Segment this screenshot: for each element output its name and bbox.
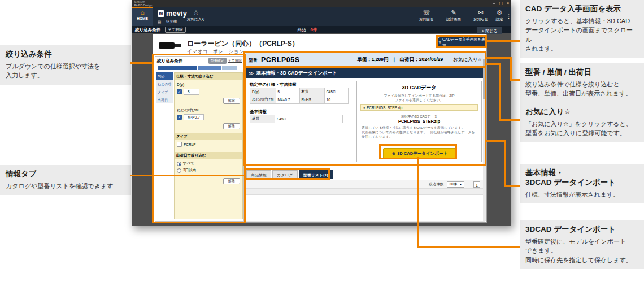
annotation-title: 基本情報・ 3DCAD データインポート [525,168,638,188]
connector-favorite-c [499,119,520,121]
design-screen-label: 設計画面 [441,17,466,22]
clear-button[interactable]: 解除 [223,98,240,104]
dropdown-icon: ▼ [459,183,462,186]
radio-unselected-icon[interactable] [177,168,181,173]
connector-basic-info-b [504,140,506,187]
favorites-label: お気に入り [184,17,208,22]
separator: ｜ [391,57,396,63]
thread-value-field[interactable]: M4×0.7 [184,114,204,120]
pin-shape [159,42,175,49]
subnav-clear-all-button[interactable]: 全て解除 [165,27,185,33]
notifications-label: お知らせ [468,17,493,22]
step-ship-date[interactable]: 出荷日 [156,96,173,104]
diameter-label: D(φ) [177,83,184,86]
nav-batch-quote[interactable]: ▤ 一括見積 [158,19,177,24]
step-thread[interactable]: ねじの呼… [156,80,173,88]
double-chevron-icon: ≫ [249,71,254,76]
annotation-body: カタログや型番リストを確認できます [6,181,125,191]
overflow-menu-icon[interactable]: ⋮ [506,12,512,20]
annotation-body: プルダウンでの仕様選択や寸法を 入力します。 [6,62,125,80]
logo-icon: m [158,10,164,17]
scrollbar-thumb[interactable] [483,59,486,99]
count-value: 30件 [449,182,457,187]
basic-info-table: 材質 S45C [250,115,343,123]
filter-sidebar: 絞り込み条件 型番確定 全て解除 D(φ) ねじの呼… タイプ 出荷日 仕様・寸… [155,56,244,222]
diameter-value-field[interactable]: 5 [184,89,199,95]
checkbox-checked-icon[interactable]: ✓ [177,115,182,120]
annotation-title: 型番 / 単価 / 出荷日 [525,68,638,77]
connector-favorite-b [499,63,501,121]
info-tabs: 商品情報 カタログ 型番リスト(1) [246,170,333,179]
plus-circle-icon: ⊕ [392,151,395,156]
annotation-filter-conditions: 絞り込み条件 プルダウンでの仕様選択や寸法を 入力します。 [0,45,131,85]
pin-tip-shape [175,44,181,47]
maximize-icon[interactable]: ▢ [499,0,503,7]
cad-data-screen-button[interactable]: ∨ CADデータ入手画面を表示 [438,37,486,47]
confirm-part-button[interactable]: 型番確定 [208,58,227,64]
annotation-title: 情報タブ [6,170,125,179]
connector-part-bar-b [510,57,512,81]
nav-design-screen[interactable]: ✎ 設計画面 [441,9,466,22]
filter-sidebar-header: 絞り込み条件 型番確定 全て解除 [155,57,243,65]
spec-label: D(φ) [250,88,276,96]
cad-import-button[interactable]: ⊕ 3D CADデータインポート [383,148,456,159]
meviy-logo[interactable]: m meviy [158,9,187,18]
product-maker: イマオコーポレーション [187,48,244,55]
nav-notifications[interactable]: ✉ お知らせ [468,9,493,22]
connector-import-a [417,157,419,248]
radio-selected-icon[interactable] [177,162,181,166]
home-icon: ⌂ [132,8,153,16]
connector-basic-info-c [504,185,520,187]
part-list-header-row [246,189,485,195]
notice-icon: ✉ [468,9,493,16]
list-toolbar: 絞込件数 30件 ▼ 1 [245,180,485,189]
page-number[interactable]: 1 [473,181,480,188]
product-image [158,38,184,53]
tab-part-list[interactable]: 型番リスト(1) [299,170,333,179]
checkbox-unchecked-icon[interactable] [177,142,182,147]
scrollbar[interactable] [483,54,486,221]
type-option: PCRLP [177,142,196,147]
nav-contact[interactable]: ☏ お問合せ [414,9,439,22]
annotation-body: 絞り込み条件で仕様を絞り込むと 型番、単価、出荷日が表示されます。 [525,80,638,98]
step-type[interactable]: タイプ [156,88,173,96]
file-bullet-icon: ● [363,106,365,109]
basic-info-title: 基本情報 [250,109,267,115]
clear-button[interactable]: 解除 [223,123,240,129]
clear-button[interactable]: 解除 [223,178,240,184]
connector-cad-screen [487,40,520,42]
type-option-label: PCRLP [184,142,196,146]
subnav-product-count: 6件 [311,27,317,33]
ship-label: 出荷日： [400,57,419,62]
checkbox-checked-icon[interactable]: ✓ [177,89,182,94]
tab-catalog[interactable]: カタログ [272,170,298,179]
nav-favorites[interactable]: ☆ お気に入り [184,9,208,22]
progress-segment [198,66,221,70]
connector-part-bar-c [510,79,520,81]
type-section-header: タイプ [175,133,242,140]
count-select[interactable]: 30件 ▼ [447,181,464,188]
window-close-icon[interactable]: × [507,0,509,7]
annotation-title: CAD データ入手画面を表示 [525,5,638,14]
clear-all-link[interactable]: 全て解除 [228,58,242,63]
favorite-toggle[interactable]: お気に入り☆ [453,57,482,63]
connector-part-bar-a [486,57,512,59]
ship-all-label: すべて [183,161,194,166]
filter-progress-bar [158,66,242,70]
cad-note: 選択している仕様・寸法に該当するCADデータを表示しています。 代表画像について… [362,125,478,139]
filter-title: 絞り込み条件 [157,58,207,64]
subnav-filter-label: 絞り込み条件 [135,27,160,33]
annotation-title: 絞り込み条件 [6,50,125,59]
tab-product-info[interactable]: 商品情報 [246,170,271,179]
cad-file-option[interactable]: ● PCRLP05S_STEP.zip [360,104,478,111]
annotation-body: 「お気に入り☆」をクリックすると、 型番をお気に入りに登録可能です。 [525,119,638,138]
part-number-bar: 型番 PCRLP05S 単価：1,289円 ｜ 出荷日：2024/06/29 お… [245,53,485,67]
nav-home-button[interactable]: ⌂ HOME [132,7,153,26]
step-diameter[interactable]: D(φ) [156,72,173,80]
annotation-3dcad-import: 3DCAD データインポート 型番確定後に、モデルをインポート できます。 同時… [520,220,644,269]
minimize-icon[interactable]: – [493,0,495,7]
basic-info-section: ≫ 基本情報・3D CADデータインポート 指定中の仕様・寸法情報 D(φ) 5… [245,68,485,165]
connector-info-tab [130,175,244,176]
batch-quote-icon: ▤ [158,20,161,24]
thread-label: ねじの呼びM [177,108,199,113]
